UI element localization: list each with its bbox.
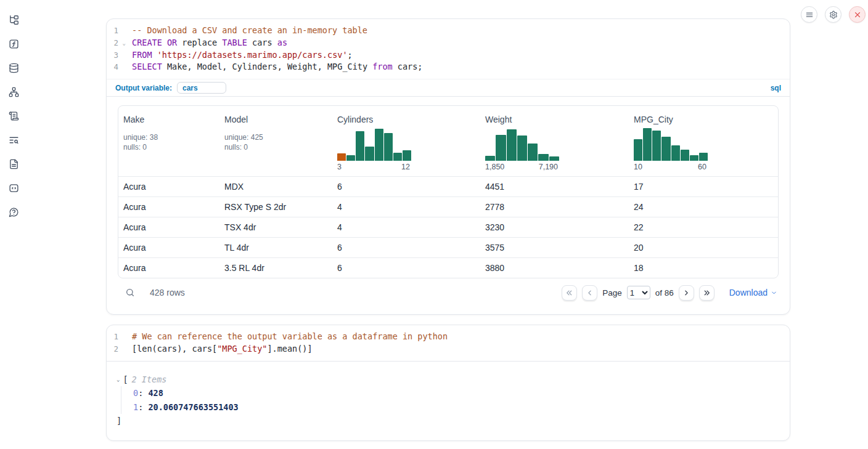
pagination: Page 1 of 86 Download xyxy=(562,285,777,301)
data-table: Makeunique: 38nulls: 0Modelunique: 425nu… xyxy=(118,105,779,278)
search-icon[interactable] xyxy=(124,286,136,299)
output-variable-label: Output variable: xyxy=(115,84,172,92)
histogram-bar xyxy=(643,128,652,161)
histogram-bar xyxy=(384,133,393,161)
code-token: [len(cars), cars[ xyxy=(132,344,217,354)
code-token: OR xyxy=(167,38,177,47)
histogram-bar xyxy=(661,137,670,161)
line-number: 2 xyxy=(107,343,126,355)
shutdown-button[interactable] xyxy=(849,6,866,23)
table-row[interactable]: AcuraTSX 4dr4323022 xyxy=(118,217,778,237)
code-token: 'https://datasets.marimo.app/cars.csv' xyxy=(157,50,348,60)
table-row[interactable]: AcuraMDX6445117 xyxy=(118,176,778,196)
entry-value: 428 xyxy=(148,388,163,398)
histogram-bar xyxy=(538,154,548,161)
code-snippet-icon[interactable] xyxy=(7,182,20,194)
table-row[interactable]: AcuraTL 4dr6357520 xyxy=(118,237,778,257)
histogram-bar xyxy=(346,155,355,161)
code-token: from xyxy=(372,62,393,71)
help-icon[interactable] xyxy=(7,206,20,218)
notebook: 1-- Download a CSV and create an in-memo… xyxy=(106,18,790,441)
line-number: 3 xyxy=(107,49,126,62)
code-line[interactable]: 1-- Download a CSV and create an in-memo… xyxy=(107,25,790,37)
code-line[interactable]: 2⌄CREATE OR replace TABLE cars as xyxy=(107,37,790,49)
code-text: FROM 'https://datasets.marimo.app/cars.c… xyxy=(126,49,353,62)
sql-code-editor[interactable]: 1-- Download a CSV and create an in-memo… xyxy=(107,19,790,79)
column-stat: unique: 38 xyxy=(123,132,215,142)
column-histogram: 312 xyxy=(337,127,411,171)
page-select[interactable]: 1 xyxy=(627,286,650,299)
download-button[interactable]: Download xyxy=(729,288,777,297)
histogram-bar xyxy=(496,135,506,161)
sql-cell: 1-- Download a CSV and create an in-memo… xyxy=(106,18,790,315)
table-cell: Acura xyxy=(118,263,219,273)
table-header: Makeunique: 38nulls: 0Modelunique: 425nu… xyxy=(118,106,778,176)
file-tree-icon[interactable] xyxy=(7,14,20,26)
menu-button[interactable] xyxy=(801,6,817,23)
entry-colon: : xyxy=(138,388,148,398)
table-cell: 6 xyxy=(332,243,480,253)
histogram-max-label: 7,190 xyxy=(539,163,558,171)
histogram-bar xyxy=(690,155,698,161)
table-cell: 24 xyxy=(629,202,778,212)
histogram-bar xyxy=(528,144,538,161)
histogram-bars xyxy=(634,127,708,161)
column-header-label[interactable]: MPG_City xyxy=(634,115,773,124)
code-line[interactable]: 2[len(cars), cars["MPG_City"].mean()] xyxy=(107,343,790,355)
histogram-min-label: 1,850 xyxy=(485,163,504,171)
output-variable-row: Output variable: sql xyxy=(107,79,790,97)
code-token: "MPG_City" xyxy=(217,344,267,354)
logs-icon[interactable] xyxy=(7,134,20,146)
close-bracket: ] xyxy=(117,414,779,428)
table-cell: TSX 4dr xyxy=(219,222,332,232)
items-count-label: 2 Items xyxy=(132,374,167,384)
column-header-label[interactable]: Weight xyxy=(485,115,624,124)
histogram-bar xyxy=(393,153,402,161)
column-header-label[interactable]: Cylinders xyxy=(337,115,475,124)
table-cell: 3.5 RL 4dr xyxy=(219,263,332,273)
next-page-button[interactable] xyxy=(679,285,694,301)
previous-page-button[interactable] xyxy=(582,285,597,301)
first-page-button[interactable] xyxy=(562,285,577,301)
code-line[interactable]: 4SELECT Make, Model, Cylinders, Weight, … xyxy=(107,61,790,73)
histogram-bar xyxy=(652,131,661,161)
code-line[interactable]: 3FROM 'https://datasets.marimo.app/cars.… xyxy=(107,49,790,62)
table-row[interactable]: Acura3.5 RL 4dr6388018 xyxy=(118,257,778,278)
database-icon[interactable] xyxy=(7,62,20,74)
column-header-label[interactable]: Model xyxy=(224,115,327,124)
python-code-editor[interactable]: 1# We can reference the output variable … xyxy=(107,325,790,361)
code-token: ].mean()] xyxy=(267,344,312,354)
table-cell: 22 xyxy=(629,222,778,232)
settings-button[interactable] xyxy=(825,6,841,23)
last-page-button[interactable] xyxy=(699,285,714,301)
table-cell: 3880 xyxy=(480,263,629,273)
column-header: MPG_City1060 xyxy=(629,106,778,176)
tree-header[interactable]: ⌄[2 Items xyxy=(117,373,779,387)
code-token: FROM xyxy=(132,50,152,60)
histogram-max-label: 12 xyxy=(401,163,410,171)
language-badge: sql xyxy=(771,84,781,92)
dependency-graph-icon[interactable] xyxy=(7,86,20,98)
column-header: Weight1,8507,190 xyxy=(480,106,629,176)
code-text: CREATE OR replace TABLE cars as xyxy=(126,37,287,49)
gear-icon xyxy=(829,10,838,19)
fold-toggle-icon[interactable]: ⌄ xyxy=(123,38,126,50)
histogram-bar xyxy=(549,156,559,161)
code-token xyxy=(162,38,167,47)
line-number: 2⌄ xyxy=(107,37,126,49)
table-cell: Acura xyxy=(118,222,219,232)
output-variable-input[interactable] xyxy=(177,82,226,94)
table-cell: 3230 xyxy=(480,222,629,232)
line-number: 4 xyxy=(107,61,126,73)
scroll-icon[interactable] xyxy=(7,110,20,122)
function-icon[interactable] xyxy=(7,38,20,50)
document-icon[interactable] xyxy=(7,158,20,170)
histogram-range-labels: 1060 xyxy=(634,163,708,171)
table-row[interactable]: AcuraRSX Type S 2dr4277824 xyxy=(118,196,778,217)
code-token: Make, Model, Cylinders, Weight, MPG_City xyxy=(162,62,372,71)
code-line[interactable]: 1# We can reference the output variable … xyxy=(107,331,790,343)
collapse-chevron-icon[interactable]: ⌄ xyxy=(117,376,120,382)
column-stat: nulls: 0 xyxy=(224,142,327,152)
code-token: # We can reference the output variable a… xyxy=(132,331,448,341)
column-header-label[interactable]: Make xyxy=(123,115,215,124)
